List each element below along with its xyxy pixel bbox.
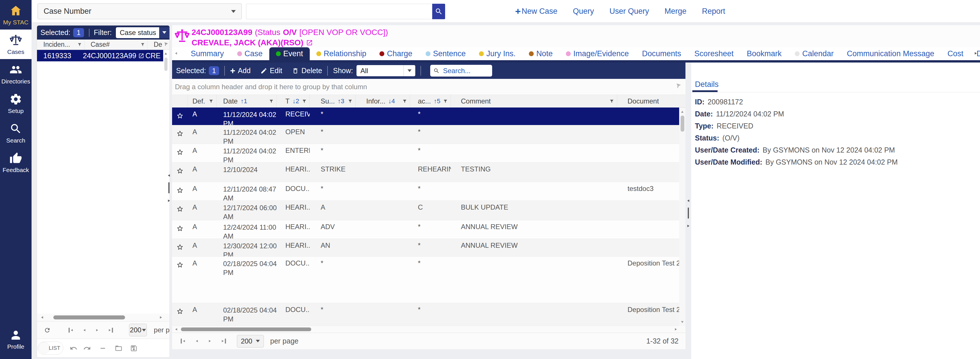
sidebar-item-profile[interactable]: Profile [0, 324, 32, 354]
column-header-document[interactable]: Document [617, 95, 686, 107]
results-horizontal-scrollbar[interactable] [37, 314, 170, 321]
column-header-su[interactable]: Su...↑3 [310, 95, 356, 107]
delete-button[interactable]: Delete [292, 67, 322, 75]
tab-note[interactable]: Note [522, 47, 559, 60]
tab-cost[interactable]: Cost [941, 47, 970, 60]
sidebar-item-my-stac[interactable]: My STAC [0, 0, 32, 30]
report-button[interactable]: Report [702, 7, 725, 16]
next-page-button[interactable] [208, 339, 212, 343]
global-search-input[interactable] [247, 4, 433, 19]
undo-icon[interactable] [70, 345, 78, 352]
page-size-select[interactable]: 200 [129, 324, 147, 336]
splitter-drag-handle[interactable] [688, 208, 689, 219]
show-filter-select[interactable]: All [356, 65, 415, 76]
list-view-toggle[interactable]: LIST [38, 342, 64, 355]
event-search-input[interactable] [442, 67, 490, 75]
table-row[interactable]: A12/17/2024 06:00AMHEARI...ACBULK UPDATE [172, 201, 686, 220]
collapse-details-panel-icon[interactable] [686, 199, 690, 203]
previous-page-button[interactable] [195, 339, 199, 343]
next-page-button[interactable] [95, 328, 99, 332]
table-row[interactable]: A11/12/2024 04:02PMENTERE** [172, 144, 686, 163]
horizontal-scrollbar-thumb[interactable] [53, 315, 125, 319]
previous-page-button[interactable] [82, 328, 87, 332]
tab-sentence[interactable]: Sentence [419, 47, 473, 60]
scroll-down-icon[interactable] [680, 320, 685, 324]
vertical-scrollbar-track[interactable] [679, 108, 686, 326]
row-star-cell[interactable] [172, 239, 188, 256]
tab-bookmark[interactable]: Bookmark [740, 47, 788, 60]
sidebar-item-cases[interactable]: Cases [0, 30, 32, 59]
tab-jury-ins[interactable]: Jury Ins. [473, 47, 522, 60]
case-type-select[interactable]: Case Number [38, 3, 242, 19]
row-star-cell[interactable] [172, 144, 188, 162]
row-star-cell[interactable] [172, 163, 188, 182]
column-header-t[interactable]: T↓2 [277, 95, 310, 107]
tab-summary[interactable]: Summary [184, 47, 231, 60]
column-header-inciden[interactable]: Inciden... [37, 40, 84, 49]
open-folder-icon[interactable] [115, 345, 123, 352]
row-star-cell[interactable] [172, 108, 188, 125]
row-star-cell[interactable] [172, 201, 188, 220]
edit-button[interactable]: Edit [261, 67, 282, 75]
select-arrow-box[interactable] [159, 27, 170, 38]
vertical-scrollbar-thumb[interactable] [164, 58, 167, 71]
table-row[interactable]: A02/18/2025 04:04PMDOCU...**Deposition T… [172, 303, 686, 326]
table-row[interactable]: A12/30/2024 12:00PMHEARI...AN*ANNUAL REV… [172, 239, 686, 257]
tab-documents[interactable]: Documents [636, 47, 688, 60]
expand-left-panel-icon[interactable] [167, 199, 171, 203]
redo-icon[interactable] [83, 345, 91, 352]
toggle-knob[interactable] [38, 342, 50, 354]
refresh-icon[interactable] [44, 326, 51, 335]
expand-details-panel-icon[interactable] [686, 224, 690, 228]
global-search-box[interactable] [246, 4, 433, 19]
tab-event[interactable]: Event [269, 47, 310, 60]
table-row[interactable]: A02/18/2025 04:04PMDOCU...**Deposition T… [172, 257, 686, 303]
scroll-left-icon[interactable] [40, 315, 45, 320]
first-page-button[interactable] [181, 338, 186, 343]
external-link-icon[interactable] [306, 39, 313, 46]
horizontal-scrollbar-thumb[interactable] [181, 327, 311, 331]
column-header-def[interactable]: Def. [188, 95, 216, 107]
last-page-button[interactable] [108, 328, 113, 333]
sidebar-item-search[interactable]: Search [0, 118, 32, 148]
last-page-button[interactable] [221, 338, 226, 343]
minus-icon[interactable] [99, 345, 107, 352]
column-header-date[interactable]: Date↑1 [216, 95, 277, 107]
add-button[interactable]: + Add [230, 66, 251, 75]
table-row[interactable]: A12/24/2024 11:00AMHEARI...ADV*ANNUAL RE… [172, 220, 686, 239]
scroll-right-icon[interactable] [159, 315, 163, 320]
tab-scoresheet[interactable]: Scoresheet [688, 47, 740, 60]
group-by-bar[interactable]: Drag a column header and drop it here to… [172, 79, 686, 95]
tab-case[interactable]: Case [231, 47, 269, 60]
tab-relationship[interactable]: Relationship [310, 47, 373, 60]
result-row-selected[interactable]: 1619333 24CJ000123A99 CRE [37, 50, 163, 61]
sidebar-item-feedback[interactable]: Feedback [0, 148, 32, 177]
scroll-right-icon[interactable] [674, 327, 678, 332]
grid-horizontal-scrollbar[interactable] [172, 326, 686, 333]
row-star-cell[interactable] [172, 303, 188, 326]
page-size-select[interactable]: 200 [237, 335, 264, 348]
scroll-up-icon[interactable] [164, 51, 168, 56]
tab-communication-message[interactable]: Communication Message [840, 47, 941, 60]
table-row[interactable]: A12/11/2024 08:47AMDOCU...**testdoc3 [172, 182, 686, 201]
global-search-button[interactable] [432, 4, 445, 19]
row-star-cell[interactable] [172, 182, 188, 200]
event-search-box[interactable] [430, 65, 492, 76]
tab-image-evidence[interactable]: Image/Evidence [559, 47, 636, 60]
row-star-cell[interactable] [172, 125, 188, 144]
splitter-drag-handle[interactable] [169, 183, 170, 193]
new-case-button[interactable]: +New Case [515, 6, 557, 16]
query-button[interactable]: Query [573, 7, 594, 16]
column-header-infor[interactable]: Infor...↓4 [356, 95, 410, 107]
table-row[interactable]: A11/12/2024 04:02PMRECEIV** [172, 108, 686, 125]
save-icon[interactable] [130, 345, 138, 352]
case-status-filter-select[interactable]: Case status [116, 27, 170, 38]
row-star-cell[interactable] [172, 257, 188, 303]
table-row[interactable]: A12/10/2024HEARI...STRIKEREHEARINGTESTIN… [172, 163, 686, 182]
sidebar-item-setup[interactable]: Setup [0, 89, 32, 118]
collapse-left-panel-icon[interactable] [167, 173, 171, 178]
tab-calendar[interactable]: Calendar [788, 47, 840, 60]
result-case-cell[interactable]: 24CJ000123A99 [83, 52, 145, 60]
sidebar-item-directories[interactable]: Directories [0, 59, 32, 89]
tab-details[interactable]: Details [695, 80, 719, 89]
